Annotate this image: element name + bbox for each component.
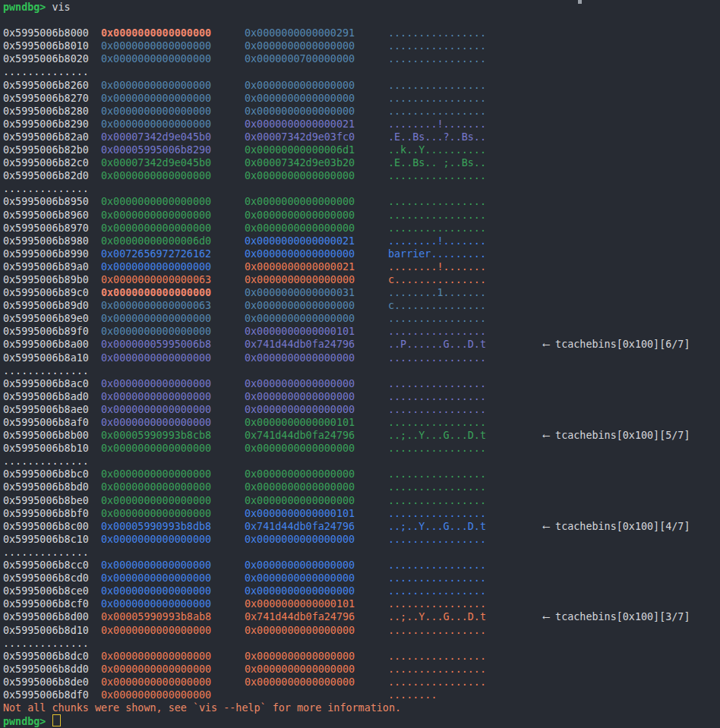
qword-value-2: 0x0000000000000000 — [245, 169, 388, 182]
qword-value-2: 0x0000000000000000 — [245, 222, 388, 235]
heap-row: 0x5995006b89e00x00000000000000000x000000… — [3, 312, 720, 325]
qword-value-1: 0x0000000000000063 — [101, 273, 245, 286]
heap-row: 0x5995006b8c000x00005990993b8db80x741d44… — [3, 520, 720, 533]
qword-value-1: 0x0000000000000000 — [101, 105, 245, 118]
chunk-address: 0x5995006b8a10 — [3, 351, 101, 364]
qword-value-2: 0x0000000000000021 — [245, 235, 388, 247]
tcache-annotation: ⟵ tcachebins[0x100][4/7] — [543, 520, 690, 533]
qword-value-1: 0x0000000000000000 — [101, 597, 245, 610]
separator-dots: .............. — [3, 365, 89, 377]
heap-row: 0x5995006b89800x00000000000006d00x000000… — [3, 235, 720, 247]
chunk-address: 0x5995006b8d10 — [3, 624, 101, 637]
heap-row: 0x5995006b82a00x00007342d9e045b00x000073… — [3, 131, 720, 143]
qword-value-1: 0x0000000000000000 — [101, 663, 245, 676]
qword-value-1: 0x0000000000000000 — [101, 624, 245, 637]
chunk-separator: .............. — [3, 182, 720, 195]
qword-value-2: 0x0000000000000101 — [245, 507, 388, 520]
ascii-preview: ................ — [388, 92, 543, 105]
qword-value-1: 0x0000000000000000 — [101, 572, 245, 585]
ascii-preview: ................ — [388, 325, 543, 338]
ascii-preview: ................ — [388, 585, 543, 597]
qword-value-1: 0x0000000000000000 — [101, 195, 245, 208]
ascii-preview: ................ — [388, 39, 543, 52]
chunk-separator: .............. — [3, 455, 720, 468]
qword-value-2: 0x0000000000000000 — [245, 92, 388, 105]
qword-value-2: 0x741d44db0fa24796 — [245, 429, 388, 442]
tcache-annotation: ⟵ tcachebins[0x100][5/7] — [543, 429, 690, 442]
qword-value-1: 0x0000000000000000 — [101, 390, 245, 403]
heap-row: 0x5995006b89500x00000000000000000x000000… — [3, 195, 720, 208]
chunk-address: 0x5995006b8cc0 — [3, 559, 101, 572]
ascii-preview: ................ — [388, 572, 543, 585]
ascii-preview: c............... — [388, 299, 543, 312]
ascii-preview: ................ — [388, 481, 543, 493]
chunk-address: 0x5995006b82a0 — [3, 131, 101, 143]
heap-row: 0x5995006b8cc00x00000000000000000x000000… — [3, 559, 720, 572]
qword-value-1: 0x0000000000000000 — [101, 169, 245, 182]
terminal-cursor — [52, 714, 61, 726]
chunk-address: 0x5995006b8990 — [3, 247, 101, 260]
chunk-address: 0x5995006b8de0 — [3, 676, 101, 689]
qword-value-2: 0x0000000000000000 — [245, 209, 388, 222]
qword-value-1: 0x0000000000000000 — [101, 585, 245, 597]
ascii-preview: ........1....... — [388, 286, 543, 299]
chunk-address: 0x5995006b89f0 — [3, 325, 101, 338]
chunk-address: 0x5995006b8ac0 — [3, 377, 101, 390]
terminal-screen[interactable]: pwndbg> vis 0x5995006b80000x000000000000… — [0, 0, 720, 728]
ascii-preview: ................ — [388, 312, 543, 325]
qword-value-1: 0x0072656972726162 — [101, 247, 245, 260]
qword-value-1: 0x0000000000000063 — [101, 299, 245, 312]
qword-value-1: 0x00005990993b8ab8 — [101, 610, 245, 623]
heap-row: 0x5995006b89d00x00000000000000630x000000… — [3, 299, 720, 312]
ascii-preview: ................ — [388, 442, 543, 455]
qword-value-2: 0x741d44db0fa24796 — [245, 338, 388, 351]
qword-value-1: 0x00007342d9e045b0 — [101, 156, 245, 169]
heap-row: 0x5995006b8bd00x00000000000000000x000000… — [3, 481, 720, 493]
heap-row: 0x5995006b8af00x00000000000000000x000000… — [3, 416, 720, 429]
heap-row: 0x5995006b8dc00x00000000000000000x000000… — [3, 650, 720, 663]
ascii-preview: .E..Bs...?..Bs.. — [388, 131, 543, 143]
heap-row: 0x5995006b8ac00x00000000000000000x000000… — [3, 377, 720, 390]
ascii-preview: ................ — [388, 597, 543, 610]
heap-row: 0x5995006b8be00x00000000000000000x000000… — [3, 494, 720, 507]
ascii-preview: ................ — [388, 676, 543, 689]
chunk-address: 0x5995006b8df0 — [3, 689, 101, 701]
chunk-address: 0x5995006b82d0 — [3, 169, 101, 182]
ascii-preview: ..;..Y...G...D.t — [388, 610, 543, 623]
ascii-preview: ................ — [388, 494, 543, 507]
heap-row: 0x5995006b82700x00000000000000000x000000… — [3, 92, 720, 105]
chunk-address: 0x5995006b89c0 — [3, 286, 101, 299]
prompt-label: pwndbg> — [3, 716, 46, 727]
chunk-address: 0x5995006b8000 — [3, 27, 101, 39]
heap-row: 0x5995006b89c00x00000000000000000x000000… — [3, 286, 720, 299]
ascii-preview: ........!....... — [388, 118, 543, 131]
chunk-address: 0x5995006b8260 — [3, 79, 101, 92]
chunk-address: 0x5995006b8980 — [3, 235, 101, 247]
heap-row: 0x5995006b8a000x00000005995006b80x741d44… — [3, 338, 720, 351]
ascii-preview: ................ — [388, 222, 543, 235]
ascii-preview: ........ — [388, 689, 543, 701]
qword-value-2: 0x0000000000000000 — [245, 403, 388, 416]
qword-value-2: 0x0000000000000000 — [245, 105, 388, 118]
qword-value-1: 0x0000000000000000 — [101, 442, 245, 455]
separator-dots: .............. — [3, 66, 89, 77]
qword-value-1: 0x0000000000000000 — [101, 416, 245, 429]
qword-value-1: 0x0000000000000000 — [101, 260, 245, 273]
chunk-address: 0x5995006b8be0 — [3, 494, 101, 507]
qword-value-1: 0x0000000000000000 — [101, 377, 245, 390]
ascii-preview: ..P......G...D.t — [388, 338, 543, 351]
chunk-address: 0x5995006b8970 — [3, 222, 101, 235]
prompt-label: pwndbg> — [3, 2, 46, 13]
ascii-preview: c............... — [388, 273, 543, 286]
heap-row: 0x5995006b82800x00000000000000000x000000… — [3, 105, 720, 118]
footer-warning: Not all chunks were shown, see `vis --he… — [3, 701, 720, 714]
ascii-preview: ................ — [388, 403, 543, 416]
ascii-preview: ................ — [388, 105, 543, 118]
heap-row: 0x5995006b82b00x00005995006b82900x000000… — [3, 143, 720, 156]
chunk-address: 0x5995006b8a00 — [3, 338, 101, 351]
top-edge-artifact — [578, 0, 582, 4]
heap-row: 0x5995006b8a100x00000000000000000x000000… — [3, 351, 720, 364]
chunk-separator: .............. — [3, 364, 720, 377]
heap-row: 0x5995006b8d100x00000000000000000x000000… — [3, 624, 720, 637]
qword-value-2: 0x0000000000000031 — [245, 286, 388, 299]
